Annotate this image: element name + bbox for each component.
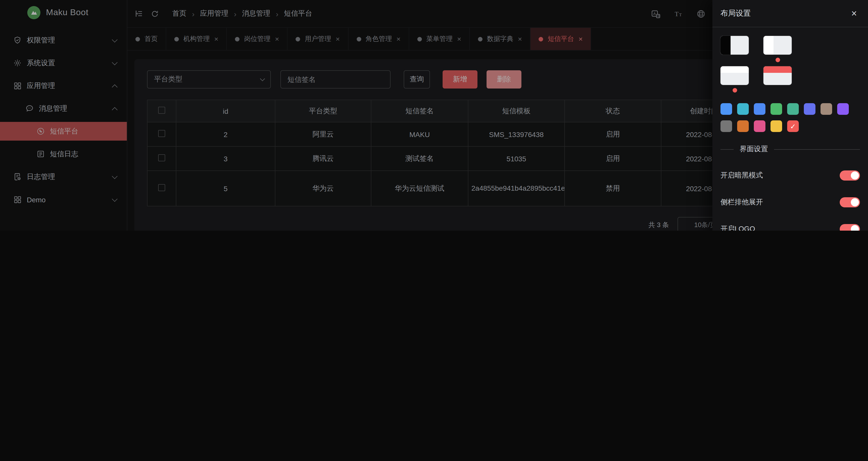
- color-swatch[interactable]: [820, 103, 832, 115]
- color-swatch[interactable]: [754, 120, 766, 132]
- color-swatch-selected[interactable]: ✓: [787, 120, 799, 132]
- color-swatch[interactable]: [754, 103, 766, 115]
- theme-option-light-header[interactable]: [720, 66, 749, 92]
- sidebar-accordion-toggle[interactable]: [840, 197, 860, 207]
- theme-selected-dot: [732, 58, 737, 62]
- setting-label: 开启暗黑模式: [720, 171, 763, 180]
- setting-label: 开启LOGO: [720, 225, 755, 231]
- interface-settings-divider: 界面设置: [720, 145, 860, 154]
- theme-preview-primary-header: [764, 66, 792, 85]
- setting-logo: 开启LOGO: [720, 224, 860, 231]
- color-swatch[interactable]: [737, 103, 749, 115]
- drawer-title: 布局设置: [720, 8, 751, 18]
- theme-preview-light-header: [720, 66, 749, 85]
- setting-dark-mode: 开启暗黑模式: [720, 170, 860, 180]
- close-icon[interactable]: ×: [851, 8, 857, 18]
- check-icon: ✓: [790, 123, 796, 130]
- theme-option-dark-sidebar[interactable]: [720, 36, 749, 62]
- theme-color-palette-row2: ✓: [720, 120, 860, 132]
- theme-preview-dark-sidebar: [720, 36, 749, 55]
- theme-option-light-sidebar[interactable]: [764, 36, 792, 62]
- color-swatch[interactable]: [787, 103, 799, 115]
- theme-preview-light-sidebar: [764, 36, 792, 55]
- app-window: Maku Boot 权限管理 系统设置 应用管: [0, 0, 868, 231]
- logo-toggle[interactable]: [840, 224, 860, 231]
- color-swatch[interactable]: [771, 103, 782, 115]
- color-swatch[interactable]: [771, 120, 782, 132]
- color-swatch[interactable]: [720, 120, 732, 132]
- drawer-header: 布局设置 ×: [712, 0, 868, 27]
- theme-selected-dot: [775, 88, 780, 92]
- color-swatch[interactable]: [837, 103, 849, 115]
- theme-selected-dot: [732, 88, 737, 92]
- setting-sidebar-accordion: 侧栏排他展开: [720, 197, 860, 207]
- layout-settings-drawer: 布局设置 ×: [712, 0, 868, 231]
- interface-settings-title: 界面设置: [740, 145, 768, 154]
- dark-mode-toggle[interactable]: [840, 170, 860, 180]
- layout-theme-options: [720, 36, 860, 92]
- color-swatch[interactable]: [737, 120, 749, 132]
- theme-selected-dot: [775, 58, 780, 62]
- color-swatch[interactable]: [804, 103, 815, 115]
- theme-option-primary-header[interactable]: [764, 66, 792, 92]
- color-swatch[interactable]: [720, 103, 732, 115]
- setting-label: 侧栏排他展开: [720, 198, 763, 207]
- theme-color-palette-row1: [720, 103, 860, 115]
